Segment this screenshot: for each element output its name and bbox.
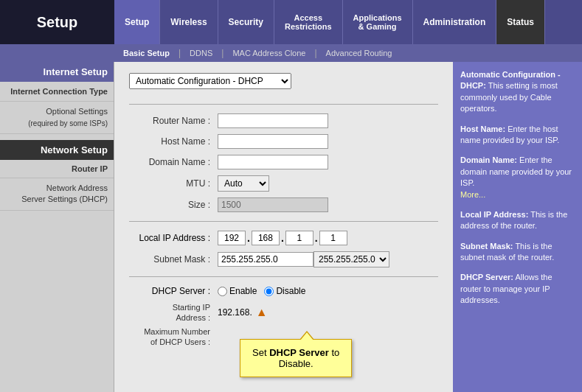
help-subnet-title: Subnet Mask: — [460, 242, 513, 251]
help-local-ip-section: Local IP Address: This is the address of… — [460, 209, 575, 232]
local-ip-fields: 192 . 168 . 1 . 1 — [218, 231, 347, 245]
ip-dot-3: . — [315, 232, 318, 244]
divider-2 — [129, 221, 438, 222]
subnav-advanced-routing[interactable]: Advanced Routing — [317, 49, 401, 57]
domain-name-input[interactable] — [218, 155, 328, 169]
dhcp-disable-label: Disable — [276, 286, 305, 296]
local-ip-octet3[interactable]: 1 — [285, 231, 313, 245]
help-host-title: Host Name: — [460, 125, 505, 133]
connection-type-row: Automatic Configuration - DHCP Static IP… — [129, 73, 438, 89]
starting-ip-row: Starting IPAddress : 192.168. ▲ — [129, 302, 438, 323]
subnet-mask-input[interactable] — [218, 252, 313, 267]
mtu-select[interactable]: Auto Manual — [218, 175, 269, 192]
sidebar-connection-type: Internet Connection Type — [0, 82, 114, 102]
dhcp-enable-label: Enable — [229, 286, 257, 296]
dhcp-disable-radio[interactable] — [264, 287, 274, 296]
divider-3 — [129, 276, 438, 277]
sidebar-internet-setup-header: Internet Setup — [0, 62, 114, 82]
tooltip-text-before: Set — [252, 347, 269, 358]
domain-name-row: Domain Name : — [129, 155, 438, 169]
dhcp-radio-options: Enable Disable — [218, 286, 305, 296]
local-ip-octet2[interactable]: 168 — [252, 231, 280, 245]
mtu-row: MTU : Auto Manual — [129, 175, 438, 192]
divider-1 — [129, 104, 438, 105]
ip-dot-1: . — [247, 232, 250, 244]
sidebar-network-address: Network AddressServer Settings (DHCP) — [0, 178, 114, 211]
help-local-ip-title: Local IP Address: — [460, 210, 528, 219]
dhcp-server-label: DHCP Server : — [129, 286, 218, 296]
subnav-mac-address-clone[interactable]: MAC Address Clone — [224, 49, 314, 57]
nav-security[interactable]: Security — [218, 0, 274, 44]
nav-wireless[interactable]: Wireless — [160, 0, 218, 44]
sidebar-network-setup-header: Network Setup — [0, 140, 114, 160]
subnav-ddns[interactable]: DDNS — [181, 49, 221, 57]
dhcp-enable-radio[interactable] — [218, 287, 227, 296]
local-ip-label: Local IP Address : — [129, 233, 218, 243]
help-domain-title: Domain Name: — [460, 155, 517, 164]
sidebar-router-ip: Router IP — [0, 160, 114, 178]
header: Setup Setup Wireless Security AccessRest… — [0, 0, 582, 44]
starting-ip-label: Starting IPAddress : — [129, 302, 218, 323]
starting-ip-value: 192.168. — [218, 307, 252, 318]
ip-dot-2: . — [281, 232, 284, 244]
nav-applications-gaming[interactable]: Applications& Gaming — [343, 0, 413, 44]
arrow-icon: ▲ — [256, 306, 268, 319]
subnet-mask-row: Subnet Mask : 255.255.255.0 255.255.0.0 … — [129, 251, 438, 267]
host-name-row: Host Name : — [129, 134, 438, 149]
network-address-label: Network AddressServer Settings (DHCP) — [21, 183, 108, 203]
sidebar-optional-settings: Optional Settings(required by some ISPs) — [0, 102, 114, 134]
host-name-input[interactable] — [218, 134, 328, 149]
size-input — [218, 197, 328, 212]
router-name-row: Router Name : — [129, 113, 438, 128]
main-layout: Internet Setup Internet Connection Type … — [0, 62, 582, 392]
size-label: Size : — [129, 200, 218, 210]
local-ip-octet4[interactable]: 1 — [319, 231, 347, 245]
help-subnet-section: Subnet Mask: This is the subnet mask of … — [460, 241, 575, 264]
help-dhcp-server-section: DHCP Server: Allows the router to manage… — [460, 272, 575, 306]
main-nav: Setup Wireless Security AccessRestrictio… — [114, 0, 582, 44]
help-host-section: Host Name: Enter the host name provided … — [460, 124, 575, 147]
help-domain-section: Domain Name: Enter the domain name provi… — [460, 155, 575, 200]
nav-setup[interactable]: Setup — [114, 0, 160, 44]
content-area: Automatic Configuration - DHCP Static IP… — [114, 62, 453, 392]
optional-settings-label: Optional Settings(required by some ISPs) — [28, 107, 108, 127]
domain-name-label: Domain Name : — [129, 157, 218, 167]
sidebar: Internet Setup Internet Connection Type … — [0, 62, 114, 392]
help-dhcp-section: Automatic Configuration - DHCP: This set… — [460, 69, 575, 115]
help-more-link[interactable]: More... — [460, 190, 485, 199]
dhcp-server-row: DHCP Server : Enable Disable — [129, 286, 438, 296]
subnet-mask-select[interactable]: 255.255.255.0 255.255.0.0 255.0.0.0 — [313, 251, 389, 267]
size-row: Size : — [129, 197, 438, 212]
nav-administration[interactable]: Administration — [413, 0, 497, 44]
subnet-mask-label: Subnet Mask : — [129, 254, 218, 265]
dhcp-tooltip-callout: Set DHCP Server toDisable. — [240, 339, 352, 377]
router-name-input[interactable] — [218, 113, 328, 128]
local-ip-octet1[interactable]: 192 — [218, 231, 246, 245]
dhcp-disable-option[interactable]: Disable — [264, 286, 305, 296]
nav-access-restrictions[interactable]: AccessRestrictions — [274, 0, 343, 44]
host-name-label: Host Name : — [129, 136, 218, 147]
help-dhcp-server-title: DHCP Server: — [460, 273, 513, 281]
help-panel: Automatic Configuration - DHCP: This set… — [453, 62, 582, 392]
sub-nav: Basic Setup | DDNS | MAC Address Clone |… — [0, 44, 582, 62]
nav-status[interactable]: Status — [496, 0, 545, 44]
dhcp-enable-option[interactable]: Enable — [218, 286, 257, 296]
local-ip-row: Local IP Address : 192 . 168 . 1 . 1 — [129, 231, 438, 245]
subnet-fields: 255.255.255.0 255.255.0.0 255.0.0.0 — [218, 251, 389, 267]
connection-type-select[interactable]: Automatic Configuration - DHCP Static IP… — [129, 73, 291, 89]
subnav-basic-setup[interactable]: Basic Setup — [114, 49, 179, 57]
router-name-label: Router Name : — [129, 116, 218, 126]
app-logo: Setup — [0, 14, 114, 31]
mtu-label: MTU : — [129, 178, 218, 189]
tooltip-text-bold: DHCP Server — [269, 347, 329, 358]
max-dhcp-label: Maximum Numberof DHCP Users : — [129, 326, 218, 348]
